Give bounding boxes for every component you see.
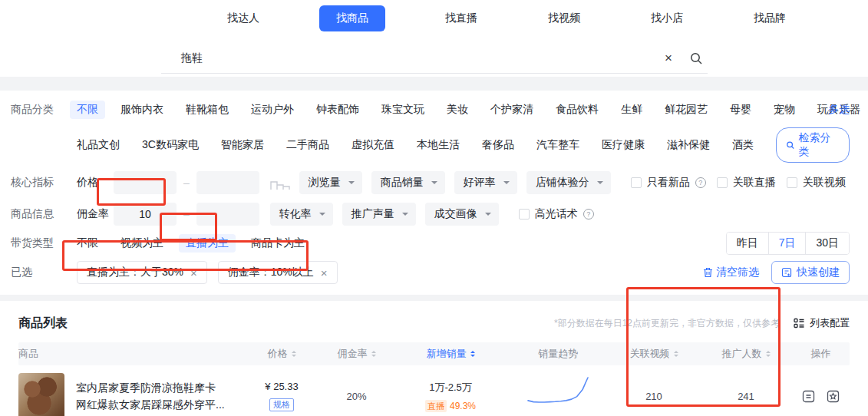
product-image[interactable]: [18, 373, 64, 416]
category-option[interactable]: 虚拟充值: [351, 138, 394, 152]
search-category-button[interactable]: 检索分类: [776, 127, 850, 163]
col-header-related-videos[interactable]: 关联视频: [608, 347, 700, 361]
remove-tag-icon[interactable]: [190, 267, 197, 279]
product-title[interactable]: 室内居家夏季防滑凉拖鞋摩卡 网红爆款女家居踩屎感外穿平...: [76, 379, 225, 413]
tab-find-product[interactable]: 找商品: [319, 5, 385, 31]
col-header-actions: 操作: [792, 347, 850, 361]
sort-icon[interactable]: [766, 348, 771, 359]
date-30d-button[interactable]: 30日: [805, 233, 849, 254]
quick-create-button[interactable]: 快速创建: [771, 261, 850, 284]
sales-trend-cell: [508, 375, 608, 416]
tab-find-live[interactable]: 找直播: [434, 5, 488, 31]
date-yesterday-button[interactable]: 昨日: [727, 233, 768, 254]
category-option[interactable]: 医疗健康: [602, 138, 645, 152]
search-icon[interactable]: [689, 51, 703, 65]
tab-find-shop[interactable]: 找小店: [640, 5, 694, 31]
help-icon[interactable]: [695, 177, 706, 188]
col-header-price[interactable]: 价格: [243, 347, 320, 361]
related-live-checkbox[interactable]: 关联直播: [717, 176, 776, 190]
sort-icon[interactable]: [674, 348, 678, 359]
related-video-checkbox[interactable]: 关联视频: [787, 176, 846, 190]
search-input[interactable]: 拖鞋: [161, 51, 665, 65]
category-option[interactable]: 运动户外: [251, 103, 294, 117]
list-config-button[interactable]: 列表配置: [794, 316, 850, 330]
deal-profile-dropdown[interactable]: 成交画像: [425, 203, 499, 226]
multi-select-link[interactable]: 多选: [828, 103, 850, 117]
new-products-checkbox[interactable]: 只看新品: [631, 176, 706, 190]
favorite-action-button[interactable]: [827, 390, 840, 403]
good-review-dropdown[interactable]: 好评率: [454, 171, 517, 194]
views-dropdown-label: 浏览量: [309, 176, 341, 190]
conversion-dropdown-label: 转化率: [279, 207, 312, 221]
highlight-script-checkbox[interactable]: 高光话术: [519, 207, 594, 221]
product-sales-dropdown[interactable]: 商品销量: [371, 171, 445, 194]
category-option[interactable]: 二手商品: [286, 138, 329, 152]
category-option-all[interactable]: 不限: [70, 101, 105, 119]
category-option[interactable]: 美妆: [447, 103, 468, 117]
category-option[interactable]: 奢侈品: [482, 138, 514, 152]
category-option[interactable]: 鞋靴箱包: [186, 103, 229, 117]
spec-badge[interactable]: 规格: [269, 398, 294, 411]
col-header-sales-trend: 销量趋势: [508, 347, 608, 361]
col-header-commission[interactable]: 佣金率: [320, 347, 393, 361]
category-option[interactable]: 智能家居: [221, 138, 264, 152]
category-option[interactable]: 滋补保健: [667, 138, 710, 152]
category-option[interactable]: 酒类: [732, 138, 754, 152]
price-min-input[interactable]: [114, 171, 177, 194]
category-option[interactable]: 礼品文创: [77, 138, 120, 152]
commission-max-input[interactable]: [196, 203, 259, 226]
clear-search-icon[interactable]: ×: [665, 51, 672, 64]
sale-type-option-all[interactable]: 不限: [77, 236, 98, 250]
col-header-promoters[interactable]: 推广人数: [700, 347, 792, 361]
sale-type-option-video[interactable]: 视频为主: [120, 236, 163, 250]
category-option[interactable]: 宠物: [774, 103, 795, 117]
clear-filters-label: 清空筛选: [716, 266, 759, 279]
sort-icon[interactable]: [470, 348, 475, 359]
tab-find-brand[interactable]: 找品牌: [743, 5, 797, 31]
selected-tag-live[interactable]: 直播为主：大于30%: [77, 261, 207, 284]
histogram-icon[interactable]: [270, 175, 290, 190]
shop-score-dropdown[interactable]: 店铺体验分: [526, 171, 611, 194]
search-bar[interactable]: 拖鞋 ×: [161, 43, 708, 74]
promo-volume-dropdown[interactable]: 推广声量: [342, 203, 416, 226]
views-dropdown[interactable]: 浏览量: [299, 171, 362, 194]
price-max-input[interactable]: [196, 171, 259, 194]
category-option[interactable]: 钟表配饰: [316, 103, 359, 117]
sale-type-option-card[interactable]: 商品卡为主: [251, 236, 305, 250]
category-option[interactable]: 鲜花园艺: [665, 103, 708, 117]
sort-icon[interactable]: [292, 348, 296, 359]
category-option[interactable]: 汽车整车: [536, 138, 579, 152]
category-option[interactable]: 母婴: [730, 103, 751, 117]
promo-volume-dropdown-label: 推广声量: [351, 207, 394, 221]
sort-icon[interactable]: [371, 348, 376, 359]
category-option[interactable]: 服饰内衣: [120, 103, 163, 117]
conversion-dropdown[interactable]: 转化率: [270, 203, 333, 226]
checkbox-icon: [631, 177, 642, 188]
category-option[interactable]: 食品饮料: [556, 103, 599, 117]
detail-action-button[interactable]: [802, 390, 815, 403]
checkbox-icon: [787, 177, 797, 188]
tab-find-creator[interactable]: 找达人: [216, 5, 270, 31]
sale-type-option-live[interactable]: 直播为主: [179, 234, 236, 253]
help-icon[interactable]: [583, 209, 594, 220]
sale-type-label: 带货类型: [11, 236, 77, 250]
product-cell[interactable]: 室内居家夏季防滑凉拖鞋摩卡 网红爆款女家居踩屎感外穿平...: [18, 373, 243, 416]
commission-label: 佣金率: [77, 207, 109, 221]
category-option[interactable]: 3C数码家电: [142, 138, 199, 152]
table-row[interactable]: 室内居家夏季防滑凉拖鞋摩卡 网红爆款女家居踩屎感外穿平... ¥ 25.33 规…: [18, 365, 850, 416]
live-share-value: 49.3%: [450, 401, 476, 411]
tab-find-video[interactable]: 找视频: [537, 5, 591, 31]
clear-filters-button[interactable]: 清空筛选: [703, 266, 759, 279]
selected-tag-commission[interactable]: 佣金率：10%以上: [218, 261, 338, 284]
filter-row-category-1: 商品分类 不限 服饰内衣 鞋靴箱包 运动户外 钟表配饰 珠宝文玩 美妆 个护家清…: [0, 101, 868, 119]
category-option[interactable]: 个护家清: [490, 103, 533, 117]
category-option[interactable]: 生鲜: [621, 103, 642, 117]
commission-min-input[interactable]: [114, 203, 177, 226]
remove-tag-icon[interactable]: [321, 267, 328, 279]
category-option[interactable]: 珠宝文玩: [381, 103, 424, 117]
col-header-new-sales[interactable]: 新增销量: [393, 347, 508, 361]
filter-panel: 商品分类 不限 服饰内衣 鞋靴箱包 运动户外 钟表配饰 珠宝文玩 美妆 个护家清…: [0, 91, 868, 295]
category-option[interactable]: 本地生活: [417, 138, 460, 152]
date-7d-button[interactable]: 7日: [768, 233, 806, 254]
sales-trend-sparkline: [526, 375, 590, 404]
